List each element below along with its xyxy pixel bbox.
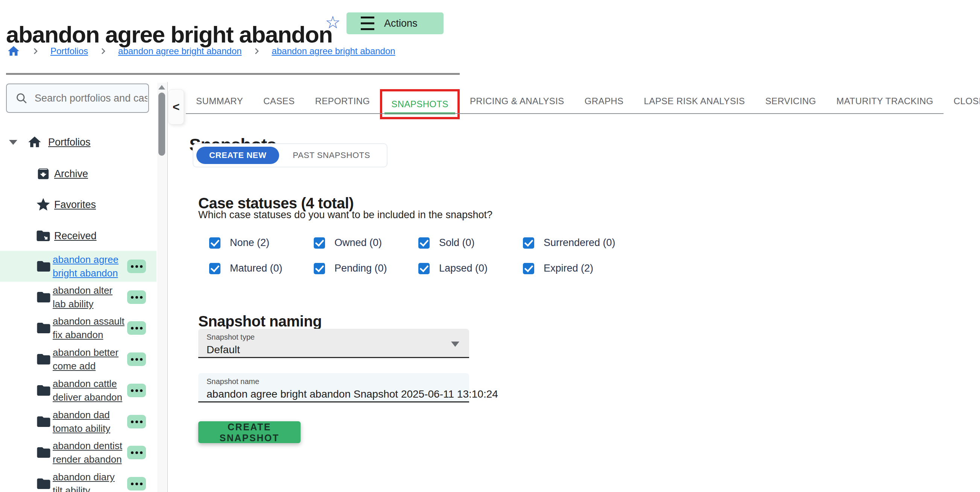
sidebar-received-link[interactable]: Received xyxy=(54,230,97,242)
portfolio-link-line2[interactable]: bright abandon xyxy=(52,266,118,280)
more-dots-icon xyxy=(135,389,138,392)
portfolio-row[interactable]: abandon assault fix abandon xyxy=(0,312,156,344)
portfolio-row[interactable]: abandon dentist render abandon xyxy=(0,437,156,468)
tab-graphs[interactable]: GRAPHS xyxy=(574,96,634,107)
tab-closing[interactable]: CLOSING xyxy=(943,96,980,107)
more-button[interactable] xyxy=(127,260,146,273)
create-snapshot-button[interactable]: CREATE SNAPSHOT xyxy=(198,421,301,443)
portfolio-link[interactable]: abandon assault fix abandon xyxy=(52,314,124,342)
more-button[interactable] xyxy=(127,290,146,304)
portfolio-link[interactable]: abandon better come add xyxy=(52,346,118,373)
past-snapshots-toggle-button[interactable]: PAST SNAPSHOTS xyxy=(279,150,384,160)
portfolio-link-line1[interactable]: abandon agree xyxy=(52,253,118,266)
tab-reporting[interactable]: REPORTING xyxy=(305,96,380,107)
portfolio-link-line2[interactable]: render abandon xyxy=(52,452,122,466)
checkbox-checked-icon[interactable] xyxy=(523,263,534,274)
more-dots-icon xyxy=(135,327,138,330)
portfolio-row[interactable]: abandon cattle deliver abandon xyxy=(0,375,156,406)
checkbox-surrendered[interactable]: Surrendered (0) xyxy=(523,237,627,248)
snapshot-name-field[interactable]: Snapshot name abandon agree bright aband… xyxy=(198,373,469,403)
portfolio-link-line1[interactable]: abandon better xyxy=(52,346,118,359)
tab-pricing-analysis[interactable]: PRICING & ANALYSIS xyxy=(460,96,574,107)
portfolio-link[interactable]: abandon dad tomato ability xyxy=(52,408,110,435)
portfolio-link[interactable]: abandon cattle deliver abandon xyxy=(52,377,122,404)
sidebar-favorites-link[interactable]: Favorites xyxy=(54,199,96,211)
tab-cases[interactable]: CASES xyxy=(253,96,305,107)
more-button[interactable] xyxy=(127,321,146,335)
tab-snapshots[interactable]: SNAPSHOTS xyxy=(380,89,460,119)
portfolio-link-line2[interactable]: tomato ability xyxy=(52,422,110,435)
home-icon[interactable] xyxy=(7,45,20,58)
dropdown-arrow-icon[interactable] xyxy=(451,342,459,347)
more-button[interactable] xyxy=(127,446,146,459)
case-statuses-question: Which case statuses do you want to be in… xyxy=(198,209,492,221)
actions-button[interactable]: Actions xyxy=(347,13,444,34)
expand-triangle-icon[interactable] xyxy=(9,140,17,145)
portfolio-link-line2[interactable]: lab ability xyxy=(52,297,113,311)
checkbox-expired[interactable]: Expired (2) xyxy=(523,263,627,274)
breadcrumb-portfolios[interactable]: Portfolios xyxy=(51,46,88,56)
checkbox-checked-icon[interactable] xyxy=(523,237,534,248)
sidebar-search[interactable] xyxy=(6,83,149,113)
home-icon xyxy=(27,135,42,150)
tab-summary[interactable]: SUMMARY xyxy=(186,96,253,107)
checkbox-checked-icon[interactable] xyxy=(209,263,220,274)
scroll-up-arrow-icon[interactable] xyxy=(158,85,165,89)
portfolio-link[interactable]: abandon agree bright abandon xyxy=(52,253,118,280)
portfolio-link-line1[interactable]: abandon alter xyxy=(52,283,113,297)
sidebar-scrollbar-thumb[interactable] xyxy=(158,92,165,156)
portfolio-row[interactable]: abandon better come add xyxy=(0,344,156,375)
portfolio-link-line2[interactable]: come add xyxy=(52,359,118,373)
tab-servicing[interactable]: SERVICING xyxy=(755,96,826,107)
portfolio-link-line1[interactable]: abandon dentist xyxy=(52,439,122,452)
portfolio-link[interactable]: abandon dentist render abandon xyxy=(52,439,122,466)
breadcrumb-portfolio[interactable]: abandon agree bright abandon xyxy=(118,46,242,56)
portfolio-link-line2[interactable]: tilt ability xyxy=(52,484,115,492)
more-button[interactable] xyxy=(127,384,146,397)
tab-maturity-tracking[interactable]: MATURITY TRACKING xyxy=(826,96,943,107)
portfolio-link-line1[interactable]: abandon dad xyxy=(52,408,110,422)
portfolio-link-line2[interactable]: deliver abandon xyxy=(52,390,122,404)
folder-icon xyxy=(36,320,51,336)
sidebar-archive-link[interactable]: Archive xyxy=(54,168,88,180)
more-dots-icon xyxy=(135,265,138,268)
favorite-star-icon[interactable]: ☆ xyxy=(325,14,340,31)
checkbox-owned[interactable]: Owned (0) xyxy=(314,237,418,248)
checkbox-checked-icon[interactable] xyxy=(209,237,220,248)
portfolio-link-line1[interactable]: abandon cattle xyxy=(52,377,122,390)
breadcrumb-current[interactable]: abandon agree bright abandon xyxy=(272,46,395,56)
checkbox-checked-icon[interactable] xyxy=(314,263,325,274)
sidebar-divider xyxy=(167,82,168,492)
checkbox-none[interactable]: None (2) xyxy=(209,237,314,248)
portfolio-link[interactable]: abandon alter lab ability xyxy=(52,283,113,311)
sidebar-item-archive: Archive xyxy=(0,164,88,183)
checkbox-lapsed[interactable]: Lapsed (0) xyxy=(418,263,523,274)
checkbox-sold[interactable]: Sold (0) xyxy=(418,237,523,248)
checkbox-matured[interactable]: Matured (0) xyxy=(209,263,314,274)
snapshot-type-label: Snapshot type xyxy=(207,333,255,342)
more-dots-icon xyxy=(135,482,138,485)
portfolio-row[interactable]: abandon agree bright abandon xyxy=(0,251,156,282)
checkbox-checked-icon[interactable] xyxy=(418,237,430,248)
portfolio-row[interactable]: abandon alter lab ability xyxy=(0,282,156,312)
checkbox-checked-icon[interactable] xyxy=(418,263,430,274)
portfolio-row[interactable]: abandon diary tilt ability xyxy=(0,468,156,492)
portfolio-link[interactable]: abandon diary tilt ability xyxy=(52,470,115,492)
checkbox-pending[interactable]: Pending (0) xyxy=(314,263,418,274)
more-button[interactable] xyxy=(127,415,146,428)
more-button[interactable] xyxy=(127,352,146,366)
portfolio-link-line1[interactable]: abandon diary xyxy=(52,470,115,484)
snapshot-type-select[interactable]: Snapshot type Default xyxy=(198,329,469,358)
portfolio-row[interactable]: abandon dad tomato ability xyxy=(0,406,156,437)
create-new-toggle-button[interactable]: CREATE NEW xyxy=(196,147,279,164)
tab-lapse-risk-analysis[interactable]: LAPSE RISK ANALYSIS xyxy=(634,96,756,107)
more-button[interactable] xyxy=(127,477,146,490)
sidebar-portfolios-link[interactable]: Portfolios xyxy=(48,137,91,148)
portfolio-link-line1[interactable]: abandon assault xyxy=(52,314,124,328)
checkbox-checked-icon[interactable] xyxy=(314,237,325,248)
sidebar-collapse-button[interactable]: < xyxy=(168,89,184,124)
checkbox-label: Lapsed (0) xyxy=(439,263,488,274)
search-input[interactable] xyxy=(34,92,148,105)
portfolio-link-line2[interactable]: fix abandon xyxy=(52,328,124,342)
snapshot-name-label: Snapshot name xyxy=(207,377,259,386)
